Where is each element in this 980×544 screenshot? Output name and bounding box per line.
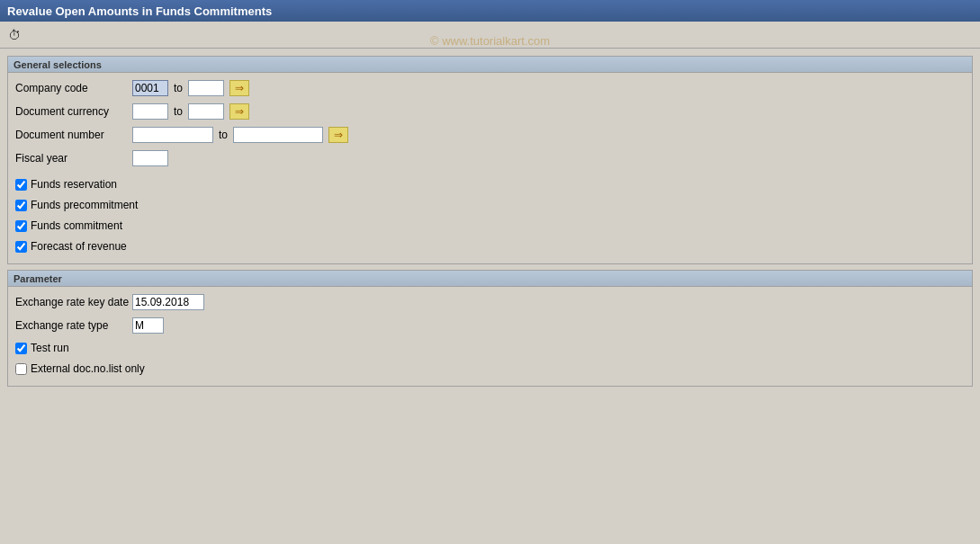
fiscal-year-label: Fiscal year <box>15 152 132 165</box>
forecast-revenue-label: Forecast of revenue <box>31 240 127 253</box>
funds-reservation-row: Funds reservation <box>15 175 965 193</box>
document-currency-row: Document currency to <box>15 102 965 121</box>
general-selections-content: Company code to Document currency to Doc… <box>8 73 972 263</box>
forecast-revenue-checkbox[interactable] <box>15 241 27 253</box>
funds-precommitment-label: Funds precommitment <box>31 199 138 211</box>
exchange-rate-type-input[interactable] <box>132 317 164 334</box>
test-run-checkbox[interactable] <box>15 343 27 354</box>
document-currency-to: to <box>174 105 183 118</box>
funds-commitment-label: Funds commitment <box>31 219 122 232</box>
funds-commitment-row: Funds commitment <box>15 217 965 235</box>
document-currency-to-input[interactable] <box>188 103 224 120</box>
external-doc-label: External doc.no.list only <box>31 362 145 375</box>
document-number-label: Document number <box>15 129 132 141</box>
parameter-content: Exchange rate key date Exchange rate typ… <box>8 287 972 386</box>
document-number-arrow-button[interactable] <box>328 127 348 143</box>
external-doc-row: External doc.no.list only <box>15 360 965 378</box>
document-number-to: to <box>219 129 228 141</box>
fiscal-year-input[interactable] <box>132 150 168 166</box>
test-run-label: Test run <box>31 342 69 354</box>
clock-icon[interactable]: ⏱ <box>5 26 23 44</box>
exchange-rate-type-label: Exchange rate type <box>15 319 132 332</box>
funds-reservation-checkbox[interactable] <box>15 179 27 191</box>
watermark: © www.tutorialkart.com <box>430 34 550 48</box>
title-bar: Revalue Open Amounts in Funds Commitment… <box>0 0 980 22</box>
document-number-row: Document number to <box>15 125 965 145</box>
document-number-input[interactable] <box>132 127 213 143</box>
test-run-row: Test run <box>15 339 965 357</box>
exchange-rate-key-date-label: Exchange rate key date <box>15 296 132 308</box>
document-currency-label: Document currency <box>15 105 132 118</box>
exchange-rate-key-date-row: Exchange rate key date <box>15 292 965 312</box>
parameter-section: Parameter Exchange rate key date Exchang… <box>7 270 973 387</box>
company-code-input[interactable] <box>132 80 168 96</box>
general-selections-section: General selections Company code to Docum… <box>7 56 973 264</box>
page-title: Revalue Open Amounts in Funds Commitment… <box>7 4 272 18</box>
funds-precommitment-checkbox[interactable] <box>15 200 27 211</box>
fiscal-year-row: Fiscal year <box>15 148 965 168</box>
company-code-to: to <box>174 82 183 94</box>
exchange-rate-key-date-input[interactable] <box>132 294 204 310</box>
main-content: General selections Company code to Docum… <box>0 49 980 399</box>
document-currency-arrow-button[interactable] <box>229 103 249 120</box>
external-doc-checkbox[interactable] <box>15 363 27 375</box>
company-code-label: Company code <box>15 82 132 94</box>
checkboxes-group: Funds reservation Funds precommitment Fu… <box>15 175 965 255</box>
toolbar: ⏱ © www.tutorialkart.com <box>0 22 980 49</box>
document-currency-input[interactable] <box>132 103 168 120</box>
funds-commitment-checkbox[interactable] <box>15 220 27 232</box>
document-number-to-input[interactable] <box>233 127 323 143</box>
company-code-arrow-button[interactable] <box>229 80 249 96</box>
company-code-row: Company code to <box>15 78 965 98</box>
general-selections-header: General selections <box>8 57 972 73</box>
forecast-revenue-row: Forecast of revenue <box>15 237 965 255</box>
funds-reservation-label: Funds reservation <box>31 178 117 191</box>
exchange-rate-type-row: Exchange rate type <box>15 316 965 335</box>
parameter-header: Parameter <box>8 271 972 287</box>
funds-precommitment-row: Funds precommitment <box>15 196 965 214</box>
company-code-to-input[interactable] <box>188 80 224 96</box>
